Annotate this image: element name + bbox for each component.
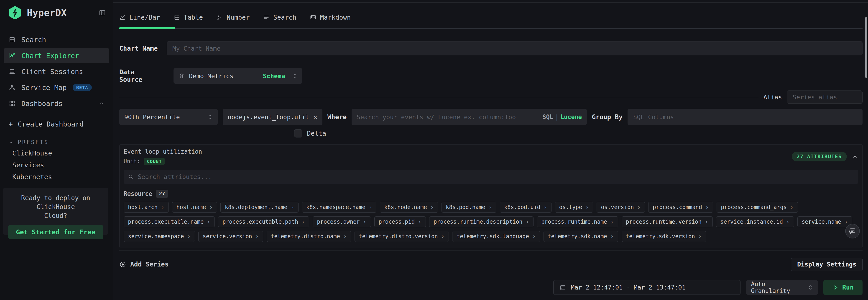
attribute-chip[interactable]: host.name › — [172, 202, 217, 213]
service-map-icon — [9, 84, 16, 91]
create-dashboard-button[interactable]: + Create Dashboard — [4, 117, 109, 131]
group-by-input[interactable] — [627, 109, 863, 125]
unit-label: Unit: — [124, 158, 140, 165]
collapse-panel-icon[interactable] — [852, 154, 858, 160]
delta-checkbox[interactable] — [294, 129, 302, 137]
attribute-chip[interactable]: service.instance.id › — [716, 216, 794, 227]
attribute-chip[interactable]: process.runtime.name › — [537, 216, 618, 227]
preset-item-label: Kubernetes — [12, 173, 52, 181]
chart-name-row: Chart Name — [119, 41, 863, 55]
chevron-right-icon: › — [255, 233, 259, 240]
chevron-right-icon: › — [363, 218, 367, 225]
time-range-picker[interactable]: Mar 2 12:47:01 - Mar 2 13:47:01 — [553, 280, 741, 295]
metric-field-chip[interactable]: nodejs.event_loop.util × — [223, 109, 322, 125]
attribute-group-count: 27 — [156, 190, 168, 198]
chevron-up-icon — [99, 101, 104, 106]
attribute-chip[interactable]: telemetry.sdk.version › — [622, 231, 706, 242]
tab-label: Markdown — [320, 14, 351, 21]
display-settings-button[interactable]: Display Settings — [791, 258, 863, 271]
attribute-chip[interactable]: process.executable.path › — [218, 216, 309, 227]
sidebar-item-client-sessions[interactable]: Client Sessions — [4, 64, 109, 79]
query-language-toggle[interactable]: SQL|Lucene — [542, 113, 582, 120]
tabs-underline-track — [119, 28, 863, 29]
aggregation-value: 90th Percentile — [124, 113, 180, 120]
attribute-chip-label: telemetry.sdk.language — [457, 233, 529, 240]
attribute-chip[interactable]: process.command_args › — [717, 202, 798, 213]
tab-search[interactable]: Search — [263, 14, 296, 21]
attribute-chip-list: host.arch › host.name › k8s.deployment.n… — [124, 202, 858, 242]
tab-number[interactable]: Number — [217, 14, 250, 21]
attribute-chip-label: k8s.deployment.name — [225, 204, 287, 211]
support-chat-button[interactable] — [845, 224, 860, 239]
attribute-chip[interactable]: telemetry.sdk.name › — [544, 231, 618, 242]
attribute-chip[interactable]: k8s.pod.name › — [441, 202, 496, 213]
close-icon[interactable]: × — [313, 113, 317, 121]
aggregation-select[interactable]: 90th Percentile — [119, 109, 218, 125]
attribute-chip-label: process.runtime.name — [541, 219, 607, 225]
attribute-chip[interactable]: os.type › — [555, 202, 593, 213]
sidebar-item-search[interactable]: Search — [4, 32, 109, 48]
select-chevrons-icon — [292, 73, 298, 79]
tab-label: Table — [184, 14, 203, 21]
attribute-chip[interactable]: k8s.deployment.name › — [220, 202, 298, 213]
sidebar-item-chart-explorer[interactable]: Chart Explorer — [4, 48, 109, 63]
attribute-chip[interactable]: service.namespace › — [124, 231, 195, 242]
attribute-chip[interactable]: os.version › — [596, 202, 645, 213]
sidebar-nav: Search Chart Explorer Client Sessions — [0, 26, 113, 183]
chart-name-input[interactable] — [167, 41, 863, 55]
sidebar-item-dashboards[interactable]: Dashboards — [4, 96, 109, 111]
grid-icon — [9, 36, 16, 43]
data-source-select[interactable]: Demo Metrics Schema — [174, 68, 302, 84]
attribute-chip-label: telemetry.distro.version — [359, 233, 438, 240]
attribute-chip[interactable]: process.owner › — [313, 216, 371, 227]
chevron-right-icon: › — [705, 218, 708, 225]
collapse-sidebar-icon[interactable] — [99, 9, 106, 16]
tab-line-bar[interactable]: Line/Bar — [119, 14, 160, 21]
attribute-chip[interactable]: process.command › — [648, 202, 713, 213]
preset-item[interactable]: Services — [4, 159, 109, 171]
attribute-chip-label: os.type — [559, 204, 582, 211]
beta-badge: BETA — [73, 84, 92, 91]
brand-title: HyperDX — [27, 7, 67, 18]
attribute-chip[interactable]: service.name › — [798, 216, 852, 227]
attribute-chip[interactable]: host.arch › — [124, 202, 169, 213]
run-button[interactable]: Run — [824, 280, 863, 295]
attribute-chip-label: k8s.namespace.name — [306, 204, 366, 211]
laptop-icon — [9, 68, 16, 75]
attribute-chip[interactable]: process.executable.name › — [124, 216, 215, 227]
attribute-chip[interactable]: process.runtime.description › — [429, 216, 533, 227]
presets-header[interactable]: PRESETS — [4, 137, 109, 147]
attribute-chip[interactable]: k8s.pod.uid › — [500, 202, 552, 213]
attribute-chip-label: process.command — [653, 204, 702, 211]
play-icon — [832, 284, 839, 291]
sidebar-item-service-map[interactable]: Service Map BETA — [4, 80, 109, 95]
preset-item-label: Services — [12, 161, 44, 169]
attribute-chip[interactable]: k8s.node.name › — [380, 202, 438, 213]
where-search-input[interactable] — [356, 113, 538, 120]
attribute-chip[interactable]: telemetry.sdk.language › — [452, 231, 540, 242]
lucene-option[interactable]: Lucene — [560, 113, 582, 120]
attribute-chip[interactable]: telemetry.distro.name › — [267, 231, 351, 242]
markdown-icon — [310, 14, 316, 21]
tab-markdown[interactable]: Markdown — [310, 14, 351, 21]
attribute-chip[interactable]: telemetry.distro.version › — [354, 231, 449, 242]
attribute-chip[interactable]: k8s.namespace.name › — [302, 202, 377, 213]
attribute-chip-label: k8s.pod.name — [446, 204, 485, 211]
sql-option[interactable]: SQL — [542, 113, 553, 120]
tab-table[interactable]: Table — [174, 14, 203, 21]
granularity-select[interactable]: Auto Granularity — [746, 280, 818, 295]
preset-item[interactable]: ClickHouse — [4, 147, 109, 159]
attribute-chip-label: host.name — [177, 204, 206, 211]
preset-item[interactable]: Kubernetes — [4, 171, 109, 183]
scrollbar-thumb[interactable] — [865, 17, 867, 78]
attribute-chip[interactable]: process.runtime.version › — [622, 216, 713, 227]
schema-link[interactable]: Schema — [263, 73, 285, 80]
attribute-search-input[interactable] — [138, 173, 854, 180]
attribute-chip[interactable]: service.version › — [198, 231, 263, 242]
granularity-value: Auto Granularity — [751, 281, 805, 294]
add-series-button[interactable]: Add Series — [119, 261, 169, 268]
get-started-button[interactable]: Get Started for Free — [8, 225, 103, 239]
attribute-chip[interactable]: process.pid › — [374, 216, 426, 227]
chevron-right-icon: › — [786, 218, 790, 225]
series-alias-input[interactable] — [787, 90, 863, 104]
